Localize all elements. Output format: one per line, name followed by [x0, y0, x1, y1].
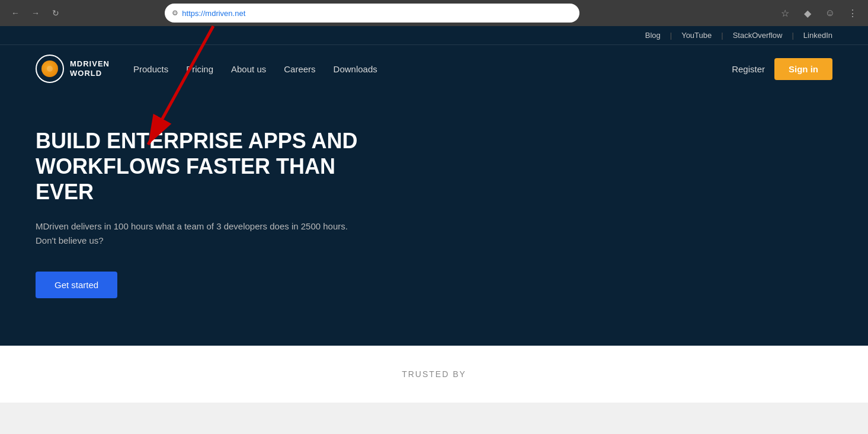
nav-careers[interactable]: Careers — [284, 64, 315, 74]
lock-icon: ⚙ — [172, 9, 178, 17]
address-bar-input[interactable] — [182, 9, 572, 18]
signin-button[interactable]: Sign in — [774, 58, 832, 80]
main-nav: MDRIVEN WORLD Products Pricing About us … — [0, 45, 868, 92]
divider-3: | — [792, 31, 793, 40]
hero-subtitle: MDriven delivers in 100 hours what a tea… — [36, 219, 379, 248]
profile-button[interactable]: ☺ — [822, 5, 838, 21]
browser-toolbar: ← → ↻ ⚙ ☆ ◆ ☺ ⋮ — [0, 0, 868, 26]
reload-button[interactable]: ↻ — [47, 5, 64, 21]
logo-core — [47, 66, 53, 72]
hero-title: BUILD ENTERPRISE APPS AND WORKFLOWS FAST… — [36, 128, 391, 205]
register-button[interactable]: Register — [732, 64, 765, 74]
forward-button[interactable]: → — [27, 5, 44, 21]
menu-button[interactable]: ⋮ — [844, 5, 861, 21]
logo-circle — [36, 55, 64, 83]
top-bar-blog-link[interactable]: Blog — [645, 31, 661, 40]
browser-chrome: ← → ↻ ⚙ ☆ ◆ ☺ ⋮ — [0, 0, 868, 26]
divider-1: | — [670, 31, 672, 40]
nav-about[interactable]: About us — [231, 64, 266, 74]
nav-downloads[interactable]: Downloads — [334, 64, 377, 74]
get-started-button[interactable]: Get started — [36, 272, 117, 298]
trusted-section: TRUSTED BY — [0, 346, 868, 403]
extensions-button[interactable]: ◆ — [799, 5, 816, 21]
nav-products[interactable]: Products — [133, 64, 168, 74]
toolbar-right: ☆ ◆ ☺ ⋮ — [777, 5, 861, 21]
top-bar-stackoverflow-link[interactable]: StackOverflow — [733, 31, 783, 40]
nav-pricing[interactable]: Pricing — [186, 64, 213, 74]
top-bar: Blog | YouTube | StackOverflow | LinkedI… — [0, 26, 868, 45]
logo-area: MDRIVEN WORLD — [36, 55, 110, 83]
nav-buttons: ← → ↻ — [7, 5, 64, 21]
address-bar-container: ⚙ — [165, 4, 579, 23]
back-button[interactable]: ← — [7, 5, 24, 21]
website-content: Blog | YouTube | StackOverflow | LinkedI… — [0, 26, 868, 346]
hero-section: BUILD ENTERPRISE APPS AND WORKFLOWS FAST… — [0, 92, 868, 346]
trusted-label: TRUSTED BY — [402, 369, 466, 379]
logo-inner — [41, 60, 58, 77]
nav-actions: Register Sign in — [732, 58, 832, 80]
top-bar-youtube-link[interactable]: YouTube — [681, 31, 712, 40]
top-bar-linkedin-link[interactable]: LinkedIn — [803, 31, 832, 40]
nav-links: Products Pricing About us Careers Downlo… — [133, 64, 732, 74]
bookmark-button[interactable]: ☆ — [777, 5, 793, 21]
logo-text: MDRIVEN WORLD — [70, 59, 110, 78]
divider-2: | — [721, 31, 723, 40]
